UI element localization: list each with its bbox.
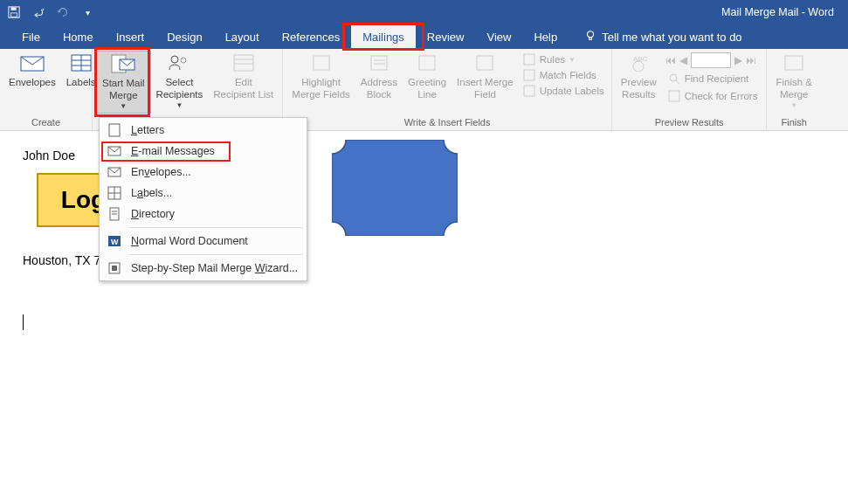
svg-rect-2 bbox=[11, 13, 17, 17]
svg-text:ABC: ABC bbox=[633, 55, 648, 63]
edit-recipient-list-label: Edit Recipient List bbox=[213, 76, 273, 101]
tab-references[interactable]: References bbox=[271, 24, 351, 49]
tell-me-search[interactable]: Tell me what you want to do bbox=[569, 24, 741, 49]
svg-point-12 bbox=[171, 56, 178, 63]
group-create: Envelopes Labels Create bbox=[0, 49, 93, 130]
svg-rect-1 bbox=[11, 7, 17, 10]
update-labels-label: Update Labels bbox=[540, 86, 604, 96]
menu-item-envelopes[interactable]: Envelopes... bbox=[100, 162, 307, 183]
group-preview: ABC Preview Results ⏮ ◀ ▶ ⏭ Find Recipie… bbox=[612, 49, 768, 130]
envelopes-button[interactable]: Envelopes bbox=[3, 51, 61, 90]
address-block-button: Address Block bbox=[355, 51, 403, 103]
tab-help[interactable]: Help bbox=[522, 24, 569, 49]
insert-field-icon bbox=[471, 52, 499, 73]
find-recipient-button: Find Recipient bbox=[662, 70, 763, 87]
svg-rect-14 bbox=[234, 55, 253, 71]
menu-item-directory[interactable]: Directory bbox=[100, 204, 307, 224]
tab-file[interactable]: File bbox=[10, 24, 52, 49]
menu-item-directory-label: Directory bbox=[131, 208, 175, 220]
tab-home[interactable]: Home bbox=[52, 24, 105, 49]
highlight-merge-fields-button: Highlight Merge Fields bbox=[286, 51, 355, 103]
tab-layout[interactable]: Layout bbox=[214, 24, 271, 49]
labels-icon bbox=[67, 52, 95, 73]
tell-me-label: Tell me what you want to do bbox=[602, 31, 741, 44]
tab-design[interactable]: Design bbox=[155, 24, 213, 49]
finish-icon bbox=[780, 52, 808, 73]
group-write-insert: Highlight Merge Fields Address Block Gre… bbox=[283, 49, 612, 130]
update-labels-button: Update Labels bbox=[522, 84, 604, 98]
menu-item-wizard-label: Step-by-Step Mail Merge Wizard... bbox=[131, 262, 298, 274]
menu-item-email[interactable]: E-mail Messages bbox=[100, 141, 307, 162]
tab-mailings-label: Mailings bbox=[362, 31, 404, 44]
group-finish-label: Finish bbox=[770, 115, 817, 130]
menu-separator bbox=[129, 254, 303, 255]
find-recipient-label: Find Recipient bbox=[685, 73, 749, 84]
svg-rect-32 bbox=[109, 124, 120, 136]
document-address-line: Houston, TX 7 bbox=[23, 253, 100, 267]
menu-item-letters[interactable]: Letters bbox=[100, 120, 307, 141]
tab-insert[interactable]: Insert bbox=[105, 24, 156, 49]
wizard-icon bbox=[107, 260, 122, 276]
group-finish: Finish & Merge ▼ Finish bbox=[767, 49, 821, 130]
preview-icon: ABC bbox=[624, 52, 652, 73]
blue-plaque-shape[interactable] bbox=[332, 140, 458, 236]
match-fields-label: Match Fields bbox=[540, 70, 596, 80]
edit-list-icon bbox=[230, 52, 258, 73]
start-mail-merge-button[interactable]: Start Mail Merge ▼ bbox=[96, 51, 151, 114]
svg-rect-4 bbox=[589, 37, 592, 39]
envelope-icon bbox=[18, 52, 46, 73]
tab-view[interactable]: View bbox=[475, 24, 522, 49]
window-title: Mail Merge Mail - Word bbox=[721, 6, 834, 18]
tab-mailings[interactable]: Mailings bbox=[351, 24, 416, 49]
envelopes-icon bbox=[107, 164, 122, 180]
quick-access-toolbar: ▾ bbox=[7, 5, 94, 19]
letter-icon bbox=[107, 122, 122, 138]
menu-separator bbox=[129, 227, 303, 228]
record-number-input[interactable] bbox=[691, 52, 731, 68]
word-doc-icon: W bbox=[107, 233, 122, 249]
svg-text:W: W bbox=[111, 238, 119, 246]
menu-item-envelopes-label: Envelopes... bbox=[131, 166, 191, 178]
ribbon-tabs: File Home Insert Design Layout Reference… bbox=[0, 24, 848, 49]
svg-rect-18 bbox=[371, 56, 387, 70]
match-fields-icon bbox=[522, 68, 536, 82]
menu-item-email-label: E-mail Messages bbox=[131, 145, 215, 157]
finish-merge-label: Finish & Merge bbox=[776, 76, 812, 101]
start-mail-merge-label: Start Mail Merge bbox=[102, 77, 145, 102]
svg-rect-30 bbox=[669, 91, 679, 101]
menu-item-labels-label: Labels... bbox=[131, 187, 172, 199]
first-record-icon: ⏮ bbox=[665, 54, 676, 66]
recipients-icon bbox=[165, 52, 193, 73]
search-icon bbox=[667, 72, 681, 86]
tab-review[interactable]: Review bbox=[416, 24, 476, 49]
menu-item-normal-doc[interactable]: W Normal Word Document bbox=[100, 231, 307, 252]
select-recipients-button[interactable]: Select Recipients ▼ bbox=[151, 51, 209, 112]
qat-customize-icon[interactable]: ▾ bbox=[80, 5, 94, 19]
menu-item-labels[interactable]: Labels... bbox=[100, 183, 307, 204]
finish-merge-button: Finish & Merge ▼ bbox=[770, 51, 817, 112]
rules-button: Rules ▼ bbox=[522, 52, 604, 66]
menu-item-letters-label: Letters bbox=[131, 124, 164, 136]
mail-merge-icon bbox=[109, 53, 137, 74]
svg-point-28 bbox=[670, 74, 677, 81]
rules-icon bbox=[522, 52, 536, 66]
check-errors-button: Check for Errors bbox=[662, 87, 763, 105]
greeting-line-label: Greeting Line bbox=[408, 76, 446, 101]
redo-icon[interactable] bbox=[56, 5, 70, 19]
next-record-icon: ▶ bbox=[734, 54, 742, 66]
svg-rect-22 bbox=[477, 56, 493, 70]
match-fields-button: Match Fields bbox=[522, 68, 604, 82]
svg-rect-31 bbox=[785, 56, 803, 70]
svg-line-29 bbox=[676, 80, 679, 84]
svg-rect-23 bbox=[524, 54, 534, 65]
undo-icon[interactable] bbox=[31, 5, 45, 19]
highlight-label: Highlight Merge Fields bbox=[292, 76, 349, 101]
edit-recipient-list-button: Edit Recipient List bbox=[208, 51, 279, 103]
rules-label: Rules bbox=[540, 54, 565, 65]
update-labels-icon bbox=[522, 84, 536, 98]
highlight-icon bbox=[307, 52, 335, 73]
chevron-down-icon: ▼ bbox=[569, 56, 576, 64]
email-icon bbox=[107, 143, 122, 159]
menu-item-wizard[interactable]: Step-by-Step Mail Merge Wizard... bbox=[100, 258, 307, 279]
save-icon[interactable] bbox=[7, 5, 21, 19]
